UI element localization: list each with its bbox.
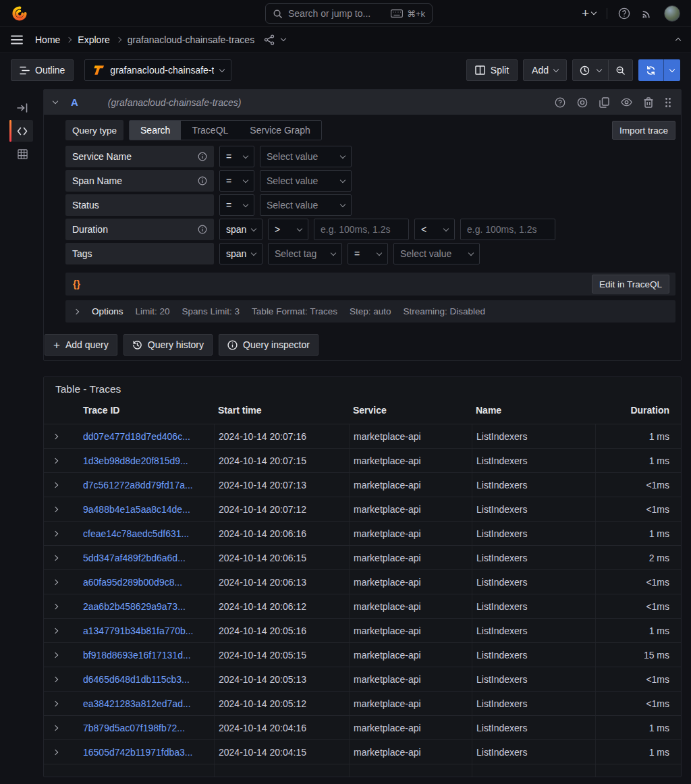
duration-gt-operator-select[interactable]: > bbox=[268, 219, 308, 240]
row-expander[interactable] bbox=[44, 594, 79, 618]
trace-id-link[interactable]: a1347791b34b81fa770b... bbox=[83, 625, 194, 636]
service-name-row: Service Name = Select value bbox=[65, 146, 675, 167]
refresh-button[interactable] bbox=[638, 59, 663, 81]
disable-query-icon[interactable] bbox=[577, 97, 588, 108]
news-icon[interactable] bbox=[641, 7, 653, 20]
new-menu-button[interactable]: + bbox=[582, 7, 596, 20]
query-row-header[interactable]: A (grafanacloud-chainsafe-traces) bbox=[44, 90, 681, 115]
row-expander[interactable] bbox=[44, 740, 79, 764]
duration-min-input[interactable] bbox=[314, 219, 409, 240]
outline-button[interactable]: Outline bbox=[11, 59, 74, 81]
breadcrumb: Home Explore grafanacloud-chainsafe-trac… bbox=[35, 34, 254, 45]
row-expander[interactable] bbox=[44, 473, 79, 497]
trace-id-link[interactable]: 9a488b4e1a5aa8c14de... bbox=[83, 504, 190, 515]
span-name-value-select[interactable]: Select value bbox=[260, 170, 352, 192]
datasource-picker[interactable]: grafanacloud-chainsafe-t bbox=[84, 59, 231, 81]
row-expander[interactable] bbox=[44, 424, 79, 448]
trace-id-link[interactable]: 5dd347af489f2bd6a6d... bbox=[83, 553, 186, 563]
options-row[interactable]: Options Limit: 20 Spans Limit: 3 Table F… bbox=[65, 300, 675, 323]
import-trace-button[interactable]: Import trace bbox=[612, 121, 675, 140]
duration-max-input[interactable] bbox=[460, 219, 555, 240]
chevron-down-icon bbox=[669, 66, 675, 72]
column-header-trace-id[interactable]: Trace ID bbox=[79, 397, 214, 424]
trace-id-link[interactable]: dd07e477d18d7ed406c... bbox=[83, 431, 190, 442]
row-expander[interactable] bbox=[44, 619, 79, 642]
sidebar-item-expand[interactable] bbox=[0, 97, 43, 119]
service-cell: marketplace-api bbox=[349, 473, 472, 497]
trace-id-link[interactable]: cfeae14c78aedc5df631... bbox=[83, 528, 189, 539]
sidebar-item-table[interactable] bbox=[0, 143, 43, 165]
trace-id-link[interactable]: 7b879d5ac07f198fb72... bbox=[83, 723, 185, 733]
tab-search[interactable]: Search bbox=[130, 121, 181, 140]
breadcrumb-home[interactable]: Home bbox=[35, 34, 60, 45]
hide-response-eye-icon[interactable] bbox=[621, 98, 632, 107]
row-expander[interactable] bbox=[44, 643, 79, 667]
add-button[interactable]: Add bbox=[523, 59, 567, 81]
drag-handle-icon[interactable] bbox=[665, 97, 671, 108]
breadcrumb-bar: Home Explore grafanacloud-chainsafe-trac… bbox=[0, 27, 691, 53]
trace-id-link[interactable]: d7c561272a8dd79fd17a... bbox=[83, 480, 193, 491]
code-brackets-icon bbox=[11, 120, 33, 142]
options-expander-icon[interactable] bbox=[74, 308, 79, 314]
row-expander[interactable] bbox=[44, 692, 79, 715]
span-name-operator-select[interactable]: = bbox=[219, 170, 254, 192]
service-cell: marketplace-api bbox=[349, 692, 472, 715]
row-expander[interactable] bbox=[44, 449, 79, 472]
query-inspector-button[interactable]: Query inspector bbox=[219, 334, 319, 356]
column-header-start-time[interactable]: Start time bbox=[214, 397, 349, 424]
service-name-operator-select[interactable]: = bbox=[219, 146, 254, 167]
status-operator-select[interactable]: = bbox=[219, 194, 254, 216]
split-button[interactable]: Split bbox=[466, 59, 518, 81]
tags-operator-select[interactable]: = bbox=[348, 243, 388, 264]
name-cell: ListIndexers bbox=[472, 619, 595, 642]
column-header-service[interactable]: Service bbox=[349, 397, 472, 424]
share-dropdown-icon[interactable] bbox=[281, 36, 286, 41]
query-help-icon[interactable] bbox=[555, 97, 565, 108]
tags-scope-select[interactable]: span bbox=[219, 243, 262, 264]
trace-id-link[interactable]: d6465d648d1db115cb3... bbox=[83, 674, 190, 685]
trace-id-link[interactable]: ea38421283a812ed7ad... bbox=[83, 698, 191, 709]
breadcrumb-explore[interactable]: Explore bbox=[78, 34, 109, 45]
trace-id-link[interactable]: 2aa6b2b458629a9a73... bbox=[83, 601, 186, 612]
time-picker-button[interactable] bbox=[573, 60, 608, 80]
help-button[interactable] bbox=[618, 7, 630, 20]
share-icon[interactable] bbox=[264, 34, 275, 45]
tab-traceql[interactable]: TraceQL bbox=[181, 121, 239, 140]
row-expander[interactable] bbox=[44, 522, 79, 545]
query-ref-id[interactable]: A bbox=[71, 96, 78, 108]
row-expander[interactable] bbox=[44, 497, 79, 521]
collapse-query-icon[interactable] bbox=[53, 99, 58, 104]
tab-service-graph[interactable]: Service Graph bbox=[239, 121, 321, 140]
status-value-select[interactable]: Select value bbox=[260, 194, 352, 216]
sidebar-item-queries[interactable] bbox=[0, 120, 43, 142]
trace-id-link[interactable]: bf918d8693e16f17131d... bbox=[83, 650, 191, 661]
collapse-up-icon[interactable] bbox=[675, 38, 681, 43]
remove-query-trash-icon[interactable] bbox=[644, 97, 653, 108]
column-header-duration[interactable]: Duration bbox=[595, 397, 681, 424]
edit-in-traceql-button[interactable]: Edit in TraceQL bbox=[592, 275, 669, 293]
query-history-button[interactable]: Query history bbox=[123, 334, 213, 356]
add-query-button[interactable]: + Add query bbox=[45, 334, 117, 356]
duration-scope-select[interactable]: span bbox=[219, 219, 262, 240]
zoom-out-time-button[interactable] bbox=[608, 60, 632, 80]
trace-id-link[interactable]: 1d3eb98d8de20f815d9... bbox=[83, 455, 188, 466]
tags-value-select[interactable]: Select value bbox=[393, 243, 480, 264]
trace-id-link[interactable]: a60fa95d289b00d9c8... bbox=[83, 577, 182, 588]
user-avatar[interactable] bbox=[664, 5, 680, 22]
row-expander[interactable] bbox=[44, 716, 79, 739]
grafana-logo[interactable] bbox=[11, 5, 28, 22]
duplicate-query-icon[interactable] bbox=[599, 97, 609, 108]
search-input[interactable]: Search or jump to... ⌘+k bbox=[265, 3, 433, 24]
tags-tag-select[interactable]: Select tag bbox=[268, 243, 342, 264]
row-expander[interactable] bbox=[44, 546, 79, 569]
trace-id-link[interactable]: 16505d742b11971fdba3... bbox=[83, 747, 192, 758]
row-expander[interactable] bbox=[44, 667, 79, 691]
service-name-value-select[interactable]: Select value bbox=[260, 146, 352, 167]
mega-menu-icon[interactable] bbox=[11, 35, 23, 45]
start-time-cell: 2024-10-14 20:06:15 bbox=[214, 546, 349, 569]
refresh-interval-dropdown[interactable] bbox=[663, 59, 680, 81]
row-expander[interactable] bbox=[44, 570, 79, 594]
duration-lt-operator-select[interactable]: < bbox=[414, 219, 455, 240]
column-header-name[interactable]: Name bbox=[472, 397, 595, 424]
outline-icon bbox=[20, 66, 30, 75]
